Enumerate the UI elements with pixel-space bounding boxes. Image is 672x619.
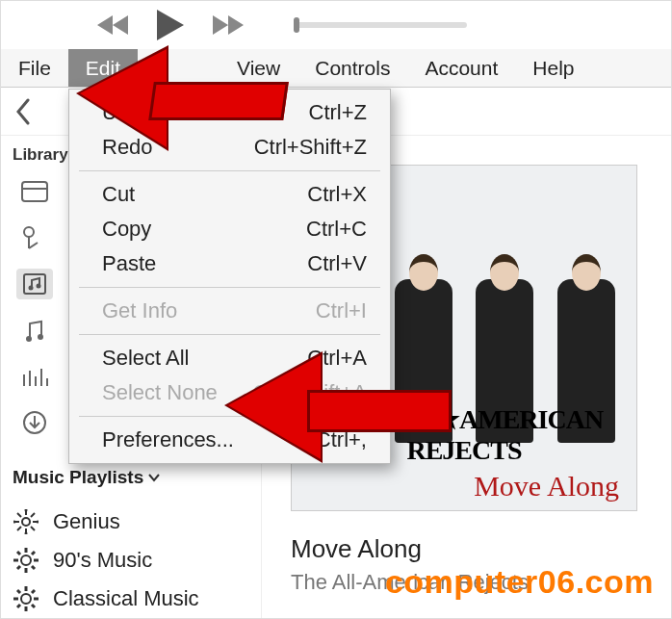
menu-item-shortcut: Ctrl+V bbox=[307, 251, 367, 276]
svg-line-16 bbox=[31, 513, 35, 517]
volume-slider[interactable] bbox=[294, 22, 467, 28]
menu-separator bbox=[79, 334, 380, 335]
menu-item-paste[interactable]: PasteCtrl+V bbox=[69, 246, 390, 281]
menu-item-label: Get Info bbox=[102, 298, 177, 323]
menu-item-label: Paste bbox=[102, 251, 156, 276]
svg-point-7 bbox=[38, 334, 43, 340]
svg-line-29 bbox=[32, 552, 35, 555]
svg-line-37 bbox=[32, 605, 35, 607]
annotation-arrow-edit bbox=[84, 55, 286, 132]
player-bar bbox=[1, 1, 671, 49]
menu-item-cut[interactable]: CutCtrl+X bbox=[69, 177, 390, 212]
menu-item-label: Select None bbox=[102, 380, 218, 405]
svg-line-28 bbox=[32, 566, 35, 569]
menu-item-shortcut: Ctrl+I bbox=[316, 298, 367, 323]
svg-rect-3 bbox=[24, 274, 45, 294]
playlist-classical-music[interactable]: Classical Music bbox=[11, 580, 251, 617]
genres-icon[interactable] bbox=[16, 361, 53, 392]
svg-point-2 bbox=[24, 227, 34, 237]
menu-item-shortcut: Ctrl+X bbox=[307, 182, 367, 207]
menu-item-shortcut: Ctrl+Z bbox=[309, 100, 368, 125]
chevron-down-icon bbox=[147, 471, 161, 484]
playlist-genius[interactable]: Genius bbox=[11, 503, 251, 540]
svg-point-31 bbox=[21, 594, 31, 604]
menu-separator bbox=[79, 170, 380, 171]
svg-point-19 bbox=[25, 532, 28, 535]
svg-point-21 bbox=[37, 521, 39, 524]
menu-item-shortcut: Ctrl+Shift+Z bbox=[254, 135, 367, 160]
svg-line-17 bbox=[17, 527, 21, 530]
svg-line-36 bbox=[17, 590, 20, 593]
menu-item-label: Copy bbox=[102, 217, 151, 242]
back-chevron-icon[interactable] bbox=[14, 98, 32, 125]
play-button[interactable] bbox=[153, 8, 188, 42]
menu-item-label: Cut bbox=[102, 182, 135, 207]
playlist-label: 90's Music bbox=[53, 548, 152, 573]
annotation-arrow-preferences bbox=[232, 363, 453, 450]
gear-icon bbox=[13, 548, 39, 573]
svg-line-27 bbox=[17, 552, 20, 555]
downloads-icon[interactable] bbox=[16, 407, 53, 438]
svg-line-38 bbox=[32, 590, 35, 593]
svg-point-22 bbox=[21, 555, 31, 565]
albums-icon[interactable] bbox=[16, 269, 53, 299]
svg-point-9 bbox=[22, 518, 30, 526]
menu-account[interactable]: Account bbox=[407, 49, 515, 87]
artists-icon[interactable] bbox=[16, 222, 53, 253]
svg-line-30 bbox=[17, 566, 20, 569]
svg-point-4 bbox=[29, 286, 34, 291]
menu-help[interactable]: Help bbox=[515, 49, 591, 87]
watermark-text: computer06.com bbox=[385, 563, 654, 601]
menu-file[interactable]: File bbox=[1, 49, 68, 87]
playlists-heading[interactable]: Music Playlists bbox=[13, 467, 251, 488]
gear-icon bbox=[13, 586, 39, 611]
svg-point-6 bbox=[26, 336, 32, 342]
playlist-90s-music[interactable]: 90's Music bbox=[11, 542, 251, 579]
menu-separator bbox=[79, 287, 380, 288]
svg-rect-0 bbox=[22, 182, 47, 201]
songs-icon[interactable] bbox=[16, 315, 53, 346]
next-track-button[interactable] bbox=[209, 13, 244, 37]
svg-line-39 bbox=[17, 605, 20, 607]
track-title: Move Along bbox=[291, 534, 671, 564]
playlists-heading-text: Music Playlists bbox=[13, 467, 143, 488]
menu-item-label: Select All bbox=[102, 346, 190, 371]
svg-line-14 bbox=[17, 513, 21, 517]
playlist-label: Genius bbox=[53, 509, 120, 534]
genius-icon bbox=[13, 509, 39, 534]
recently-added-icon[interactable] bbox=[16, 176, 53, 207]
svg-point-20 bbox=[13, 521, 16, 524]
svg-point-5 bbox=[37, 284, 41, 289]
album-art-subtitle: Move Along bbox=[474, 470, 619, 503]
menu-item-label: Preferences... bbox=[102, 427, 234, 452]
previous-track-button[interactable] bbox=[97, 13, 132, 37]
svg-line-15 bbox=[31, 527, 35, 530]
svg-point-18 bbox=[25, 509, 28, 512]
playlist-label: Classical Music bbox=[53, 586, 199, 611]
menu-item-shortcut: Ctrl+C bbox=[306, 217, 367, 242]
menu-controls[interactable]: Controls bbox=[297, 49, 407, 87]
menu-item-get-info: Get InfoCtrl+I bbox=[69, 294, 390, 328]
menu-item-copy[interactable]: CopyCtrl+C bbox=[69, 212, 390, 246]
